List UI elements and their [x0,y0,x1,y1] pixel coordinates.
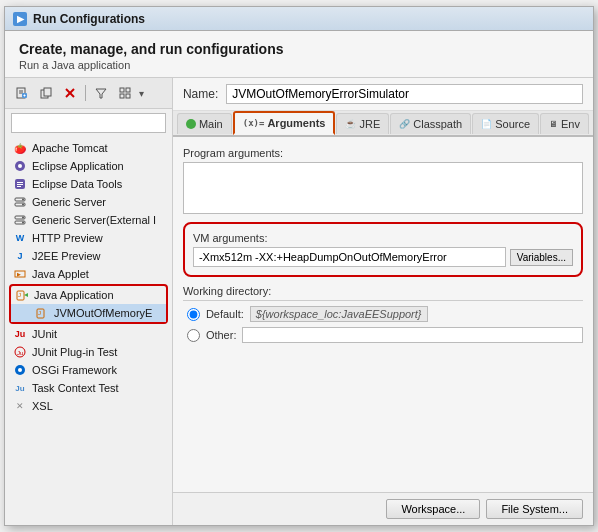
other-radio[interactable] [187,329,200,342]
svg-rect-7 [44,88,51,96]
generic-server-icon [13,195,27,209]
list-item-label: JVMOutOfMemoryE [54,307,152,319]
default-value: ${workspace_loc:JavaEESupport} [250,306,428,322]
tab-classpath[interactable]: 🔗 Classpath [390,113,471,134]
tab-arguments[interactable]: (x)= Arguments [233,111,336,135]
delete-config-button[interactable] [59,82,81,104]
java-applet-icon: ▶ [13,267,27,281]
other-input[interactable] [242,327,583,343]
list-item-junit-plugin[interactable]: Ju JUnit Plug-in Test [5,343,172,361]
list-item-osgi[interactable]: OSGi Framework [5,361,172,379]
list-item-label: Generic Server(External I [32,214,156,226]
svg-point-16 [18,164,22,168]
dropdown-arrow-icon[interactable]: ▾ [139,88,144,99]
search-input[interactable] [11,113,166,133]
new-config-button[interactable] [11,82,33,104]
vm-args-label: VM arguments: [193,232,573,244]
tabs-row: Main (x)= Arguments ☕ JRE 🔗 Classpath 📄 … [173,111,593,137]
default-radio-row: Default: ${workspace_loc:JavaEESupport} [183,306,583,322]
header: Create, manage, and run configurations R… [5,31,593,78]
name-label: Name: [183,87,218,101]
tab-env-label: Env [561,118,580,130]
xsl-icon: ✕ [13,399,27,413]
tab-env[interactable]: 🖥 Env [540,113,589,134]
program-args-label: Program arguments: [183,147,583,159]
variables-button[interactable]: Variables... [510,249,573,266]
list-item-apache-tomcat[interactable]: 🍅 Apache Tomcat [5,139,172,157]
main-content: ▾ 🍅 Apache Tomcat Eclipse Application [5,78,593,525]
list-item-j2ee[interactable]: J J2EE Preview [5,247,172,265]
http-icon: W [13,231,27,245]
vm-args-group: VM arguments: Variables... [183,222,583,277]
tab-source[interactable]: 📄 Source [472,113,539,134]
other-label: Other: [206,329,237,341]
tab-jre-label: JRE [359,118,380,130]
list-item-eclipse-app[interactable]: Eclipse Application [5,157,172,175]
svg-point-23 [22,199,24,201]
list-item-task-context[interactable]: Ju Task Context Test [5,379,172,397]
list-item-eclipse-data[interactable]: Eclipse Data Tools [5,175,172,193]
svg-point-27 [22,217,24,219]
duplicate-config-button[interactable] [35,82,57,104]
tab-arguments-label: Arguments [267,117,325,129]
working-dir-group: Working directory: Default: ${workspace_… [183,285,583,343]
list-item-xsl[interactable]: ✕ XSL [5,397,172,415]
default-radio[interactable] [187,308,200,321]
other-radio-row: Other: [183,327,583,343]
generic-external-icon [13,213,27,227]
list-item-java-applet[interactable]: ▶ Java Applet [5,265,172,283]
svg-marker-33 [24,293,28,297]
list-item-generic-server[interactable]: Generic Server [5,193,172,211]
collapse-all-button[interactable] [114,82,136,104]
svg-rect-18 [17,182,23,183]
list-item-label: OSGi Framework [32,364,117,376]
svg-rect-19 [17,184,23,185]
junit-icon: Ju [13,327,27,341]
list-item-java-application[interactable]: J Java Application [11,286,166,304]
filter-button[interactable] [90,82,112,104]
junit-plugin-icon: Ju [13,345,27,359]
source-icon: 📄 [481,119,492,129]
bottom-bar: Workspace... File System... [173,492,593,525]
tab-jre[interactable]: ☕ JRE [336,113,389,134]
toolbar: ▾ [5,78,172,109]
toolbar-separator [85,85,86,101]
list-item-label: Eclipse Application [32,160,124,172]
svg-rect-11 [120,88,124,92]
svg-point-28 [22,222,24,224]
name-row: Name: [173,78,593,111]
list-item-junit[interactable]: Ju JUnit [5,325,172,343]
tab-main[interactable]: Main [177,113,232,134]
list-item-jvm-child[interactable]: J JVMOutOfMemoryE [11,304,166,322]
vm-args-input[interactable] [193,247,506,267]
env-icon: 🖥 [549,119,558,129]
eclipse-data-icon [13,177,27,191]
tab-classpath-label: Classpath [413,118,462,130]
list-item-label: Java Applet [32,268,89,280]
list-item-label: JUnit Plug-in Test [32,346,117,358]
java-app-icon: J [15,288,29,302]
list-item-label: Apache Tomcat [32,142,108,154]
working-dir-label: Working directory: [183,285,583,301]
osgi-icon [13,363,27,377]
eclipse-icon [13,159,27,173]
list-item-label: XSL [32,400,53,412]
dialog: ▶ Run Configurations Create, manage, and… [4,6,594,526]
list-item-label: JUnit [32,328,57,340]
svg-rect-13 [120,94,124,98]
svg-marker-10 [96,89,106,98]
svg-point-24 [22,204,24,206]
svg-text:Ju: Ju [17,350,23,356]
program-args-input[interactable] [183,162,583,214]
list-item-generic-external[interactable]: Generic Server(External I [5,211,172,229]
svg-text:▶: ▶ [17,271,21,277]
header-title: Create, manage, and run configurations [19,41,579,57]
file-system-button[interactable]: File System... [486,499,583,519]
list-item-http-preview[interactable]: W HTTP Preview [5,229,172,247]
name-input[interactable] [226,84,583,104]
task-icon: Ju [13,381,27,395]
right-panel: Name: Main (x)= Arguments ☕ JRE 🔗 [173,78,593,525]
workspace-button[interactable]: Workspace... [386,499,480,519]
config-list: 🍅 Apache Tomcat Eclipse Application Ecli… [5,137,172,525]
jre-icon: ☕ [345,119,356,129]
